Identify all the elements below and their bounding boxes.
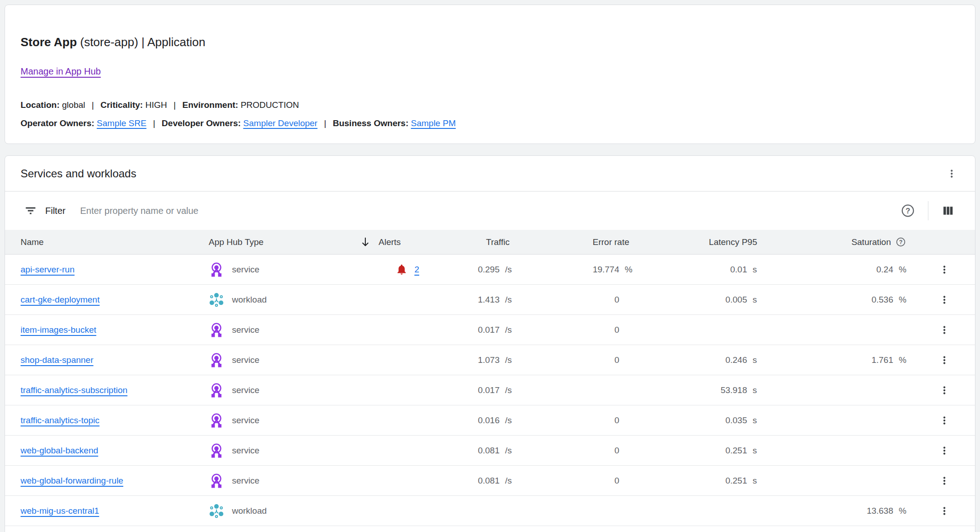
column-header-app-hub-type[interactable]: App Hub Type [209,230,359,254]
resource-name-link[interactable]: api-server-run [21,265,74,275]
resource-name-link[interactable]: item-images-bucket [21,325,96,335]
filter-input[interactable] [80,206,901,216]
resource-name-link[interactable]: shop-data-spanner [21,355,94,365]
row-more-vert-icon[interactable] [938,354,950,366]
table-row: web-global-backend [5,436,975,466]
error-rate-value: 0 [520,476,619,486]
latency-p95-unit: s [747,295,767,305]
column-header-saturation[interactable]: Saturation ? [767,230,913,254]
row-more-vert-icon[interactable] [938,294,950,306]
traffic-unit: /s [500,295,520,305]
latency-p95-unit: s [747,355,767,365]
app-owners-line: Operator Owners: Sample SRE | Developer … [21,114,959,133]
app-hub-type-icon [209,473,224,489]
error-rate-value: 0 [520,325,619,335]
traffic-unit: /s [500,355,520,365]
saturation-value: 0.24 [767,265,893,275]
table-header-row: Name App Hub Type Alerts Traffic Error r… [5,230,975,255]
resource-name-link[interactable]: web-global-backend [21,446,98,456]
error-rate-value: 0 [520,446,619,456]
developer-owner-link[interactable]: Sampler Developer [243,118,318,128]
column-header-name[interactable]: Name [5,230,209,254]
column-header-latency-p95[interactable]: Latency P95 [639,230,767,254]
column-header-traffic[interactable]: Traffic [444,230,520,254]
traffic-value: 0.081 [444,476,500,486]
table-row: cart-gke-deployment [5,285,975,315]
table-row: traffic-analytics-topic [5,405,975,436]
saturation-value: 0.536 [767,295,893,305]
business-owner-link[interactable]: Sample PM [411,118,456,128]
resource-name-link[interactable]: web-global-forwarding-rule [21,476,123,486]
table-row: api-server-run [5,255,975,285]
app-hub-type-icon [209,413,224,428]
more-vert-icon[interactable] [946,168,958,180]
column-header-alerts[interactable]: Alerts [359,230,444,254]
help-icon[interactable]: ? [901,203,915,218]
row-more-vert-icon[interactable] [938,324,950,336]
app-hub-type-icon [209,292,224,308]
separator: | [174,100,176,110]
app-title-suffix: (store-app) | Application [77,35,205,49]
traffic-value: 0.017 [444,325,500,335]
services-table: Name App Hub Type Alerts Traffic Error r… [5,230,975,526]
latency-p95-value: 0.251 [639,476,747,486]
app-hub-type-icon [209,322,224,338]
separator: | [92,100,94,110]
svg-text:?: ? [906,207,910,215]
environment-label: Environment: [182,100,238,110]
app-hub-type-icon [209,503,224,519]
services-card-title: Services and workloads [21,167,136,180]
operator-owner-link[interactable]: Sample SRE [97,118,147,128]
app-hub-type-icon [209,262,224,277]
traffic-value: 0.081 [444,446,500,456]
location-label: Location: [21,100,60,110]
filter-bar: Filter ? [5,192,975,230]
row-more-vert-icon[interactable] [938,445,950,457]
row-more-vert-icon[interactable] [938,384,950,396]
traffic-unit: /s [500,476,520,486]
latency-p95-value: 0.246 [639,355,747,365]
divider [928,201,928,220]
app-info-card: Store App (store-app) | Application Mana… [5,5,975,144]
app-hub-type-label: workload [232,506,267,516]
resource-name-link[interactable]: web-mig-us-central1 [21,506,99,516]
sort-descending-arrow-icon [359,236,371,248]
column-header-error-rate[interactable]: Error rate [520,230,639,254]
criticality-value: HIGH [145,100,167,110]
saturation-unit: % [893,355,913,365]
services-card-header: Services and workloads [5,156,975,192]
latency-p95-unit: s [747,385,767,395]
app-hub-type-label: service [232,325,259,335]
location-value: global [62,100,85,110]
latency-p95-value: 0.01 [639,265,747,275]
resource-name-link[interactable]: traffic-analytics-subscription [21,385,127,395]
row-more-vert-icon[interactable] [938,415,950,426]
traffic-value: 0.295 [444,265,500,275]
column-display-options-icon[interactable] [941,204,955,218]
alert-group: 2 [395,263,419,276]
app-hub-type-label: workload [232,295,267,305]
app-title-name: Store App [21,35,77,49]
resource-name-link[interactable]: traffic-analytics-topic [21,415,100,426]
svg-text:?: ? [899,239,903,245]
help-icon[interactable]: ? [896,237,906,247]
traffic-unit: /s [500,265,520,275]
alert-count-link[interactable]: 2 [414,265,419,275]
error-rate-value: 0 [520,415,619,426]
latency-p95-unit: s [747,265,767,275]
row-more-vert-icon[interactable] [938,505,950,517]
latency-p95-value: 0.251 [639,446,747,456]
manage-in-app-hub-link[interactable]: Manage in App Hub [21,66,101,77]
error-rate-unit: % [619,265,639,275]
environment-value: PRODUCTION [241,100,299,110]
traffic-unit: /s [500,385,520,395]
error-rate-value: 0 [520,295,619,305]
row-more-vert-icon[interactable] [938,264,950,276]
resource-name-link[interactable]: cart-gke-deployment [21,295,100,305]
row-more-vert-icon[interactable] [938,475,950,487]
saturation-unit: % [893,295,913,305]
latency-p95-unit: s [747,446,767,456]
traffic-value: 1.073 [444,355,500,365]
latency-p95-value: 0.005 [639,295,747,305]
error-rate-value: 0 [520,355,619,365]
